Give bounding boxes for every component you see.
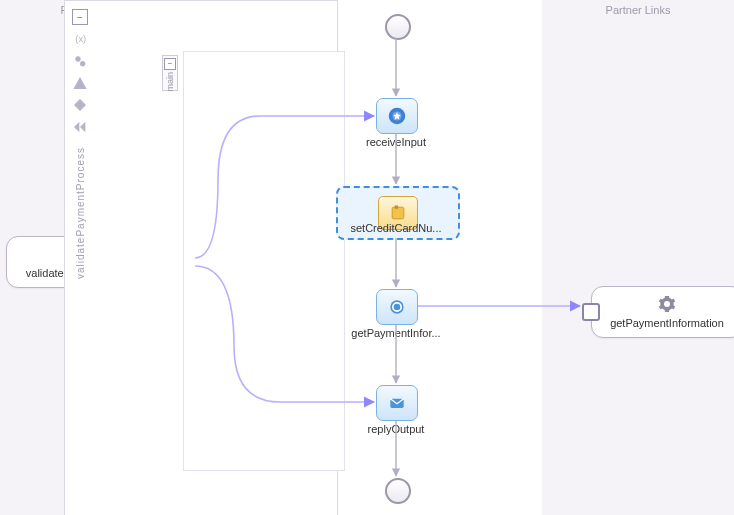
getpaymentinformation-label: getPaymentInfor... xyxy=(316,327,476,339)
partner-link-getpaymentinformation-label: getPaymentInformation xyxy=(604,317,730,329)
compensation-icon[interactable] xyxy=(72,119,88,135)
partner-links-right-title: Partner Links xyxy=(542,0,734,20)
main-sequence[interactable]: − main xyxy=(183,51,345,471)
partner-link-getpaymentinformation[interactable]: getPaymentInformation xyxy=(591,286,734,338)
setcreditcardnumber-label: setCreditCardNu... xyxy=(316,222,476,234)
svg-point-1 xyxy=(75,56,80,61)
reply-output-activity[interactable] xyxy=(376,385,418,421)
svg-rect-9 xyxy=(395,206,398,209)
collapse-icon[interactable]: − xyxy=(164,58,176,70)
bpel-canvas[interactable]: Partner Links Partner Links validatepaym… xyxy=(0,0,734,515)
svg-marker-5 xyxy=(74,122,79,133)
getpaymentinformation-activity[interactable] xyxy=(376,289,418,325)
start-node[interactable] xyxy=(385,14,411,40)
receive-input-label: receiveInput xyxy=(316,136,476,148)
correlation-icon[interactable] xyxy=(72,53,88,69)
svg-rect-8 xyxy=(392,207,404,219)
receive-icon xyxy=(377,99,417,133)
svg-marker-4 xyxy=(74,99,86,111)
reply-icon xyxy=(377,386,417,420)
receive-input-activity[interactable] xyxy=(376,98,418,134)
collapse-icon[interactable]: − xyxy=(72,9,88,25)
fault-handler-icon[interactable] xyxy=(72,75,88,91)
sequence-tab[interactable]: − main xyxy=(162,55,178,91)
gear-icon xyxy=(658,295,676,313)
partner-link-getpaymentinformation-port[interactable] xyxy=(582,303,600,321)
sequence-name-label: main xyxy=(165,72,175,92)
invoke-icon xyxy=(377,290,417,324)
reply-output-label: replyOutput xyxy=(316,423,476,435)
svg-marker-3 xyxy=(73,77,86,89)
svg-marker-6 xyxy=(80,122,85,133)
scope-toolbar: − (x) validatePaymentProcess xyxy=(71,9,89,279)
event-handler-icon[interactable] xyxy=(72,97,88,113)
variables-icon[interactable]: (x) xyxy=(72,31,88,47)
end-node[interactable] xyxy=(385,478,411,504)
process-scope[interactable]: − (x) validatePaymentProcess − main xyxy=(64,0,338,515)
partner-links-right-column: Partner Links xyxy=(541,0,734,515)
svg-text:(x): (x) xyxy=(75,34,86,44)
scope-name-label: validatePaymentProcess xyxy=(75,147,86,279)
svg-point-2 xyxy=(80,61,85,66)
